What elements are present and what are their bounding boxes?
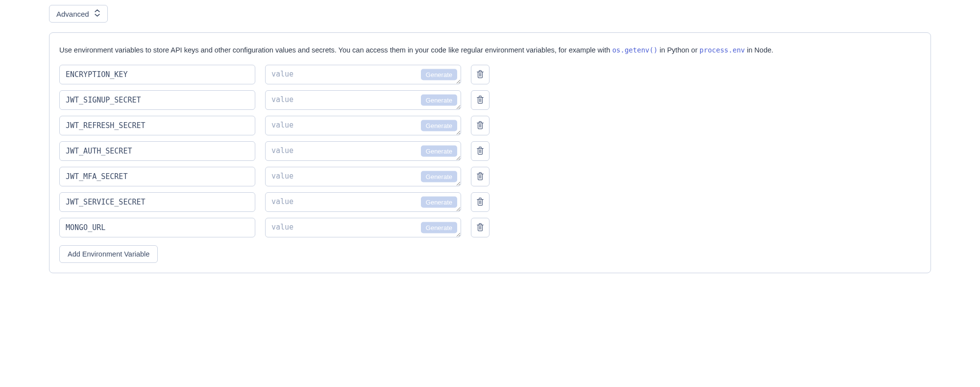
- desc-text-1: Use environment variables to store API k…: [59, 46, 612, 54]
- env-var-rows: GenerateGenerateGenerateGenerateGenerate…: [59, 65, 921, 237]
- delete-button[interactable]: [471, 116, 490, 135]
- generate-button[interactable]: Generate: [421, 171, 457, 182]
- delete-button[interactable]: [471, 90, 490, 110]
- env-key-input[interactable]: [59, 116, 255, 135]
- desc-text-3: in Node.: [745, 46, 773, 54]
- delete-button[interactable]: [471, 218, 490, 237]
- env-value-wrap: Generate: [265, 116, 461, 135]
- env-key-input[interactable]: [59, 65, 255, 84]
- trash-icon: [476, 70, 484, 80]
- trash-icon: [476, 172, 484, 182]
- generate-button[interactable]: Generate: [421, 197, 457, 208]
- env-key-input[interactable]: [59, 141, 255, 161]
- env-var-row: Generate: [59, 65, 921, 84]
- trash-icon: [476, 223, 484, 233]
- env-value-wrap: Generate: [265, 90, 461, 110]
- generate-button[interactable]: Generate: [421, 95, 457, 106]
- env-vars-panel: Use environment variables to store API k…: [49, 32, 931, 273]
- trash-icon: [476, 121, 484, 131]
- env-vars-description: Use environment variables to store API k…: [59, 45, 921, 56]
- env-value-wrap: Generate: [265, 167, 461, 186]
- env-var-row: Generate: [59, 192, 921, 212]
- desc-text-2: in Python or: [658, 46, 699, 54]
- collapse-icon: [94, 9, 100, 18]
- env-var-row: Generate: [59, 141, 921, 161]
- env-value-wrap: Generate: [265, 218, 461, 237]
- env-key-input[interactable]: [59, 192, 255, 212]
- trash-icon: [476, 146, 484, 156]
- env-var-row: Generate: [59, 116, 921, 135]
- code-os-getenv: os.getenv(): [612, 46, 658, 54]
- env-key-input[interactable]: [59, 167, 255, 186]
- env-var-row: Generate: [59, 167, 921, 186]
- generate-button[interactable]: Generate: [421, 146, 457, 157]
- generate-button[interactable]: Generate: [421, 222, 457, 233]
- delete-button[interactable]: [471, 65, 490, 84]
- env-value-wrap: Generate: [265, 192, 461, 212]
- advanced-toggle-label: Advanced: [56, 10, 89, 18]
- trash-icon: [476, 95, 484, 105]
- env-value-wrap: Generate: [265, 65, 461, 84]
- generate-button[interactable]: Generate: [421, 120, 457, 131]
- trash-icon: [476, 197, 484, 207]
- env-key-input[interactable]: [59, 90, 255, 110]
- env-key-input[interactable]: [59, 218, 255, 237]
- generate-button[interactable]: Generate: [421, 69, 457, 80]
- delete-button[interactable]: [471, 167, 490, 186]
- add-env-var-button[interactable]: Add Environment Variable: [59, 245, 158, 263]
- delete-button[interactable]: [471, 141, 490, 161]
- env-var-row: Generate: [59, 90, 921, 110]
- env-var-row: Generate: [59, 218, 921, 237]
- code-process-env: process.env: [700, 46, 745, 54]
- env-value-wrap: Generate: [265, 141, 461, 161]
- delete-button[interactable]: [471, 192, 490, 212]
- advanced-toggle-button[interactable]: Advanced: [49, 5, 108, 23]
